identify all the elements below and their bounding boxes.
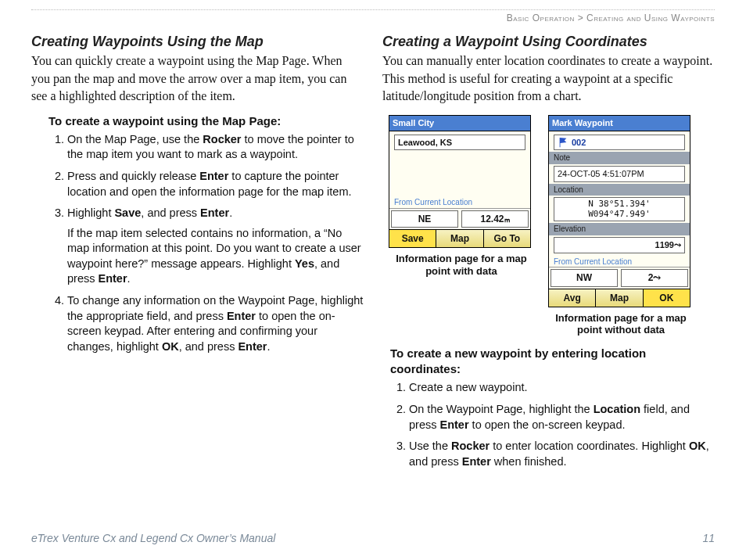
left-step-3: Highlight Save, and press Enter. If the …: [67, 206, 364, 287]
right-step-2: On the Waypoint Page, highlight the Loca…: [409, 402, 715, 433]
breadcrumb-page: Creating and Using Waypoints: [586, 13, 715, 23]
page: Basic Operation > Creating and Using Way…: [0, 0, 746, 560]
device-2-lon: W094°47.949': [558, 210, 681, 220]
device-2-note: 24-OCT-05 4:51:07PM: [554, 166, 685, 182]
right-procedure: To create a new waypoint by entering loc…: [390, 346, 715, 469]
device-2-map-button[interactable]: Map: [596, 289, 643, 307]
device-1-buttons: Save Map Go To: [389, 229, 530, 247]
device-1-distance: 12.42ₘ: [461, 210, 529, 228]
device-2-avg-button[interactable]: Avg: [549, 289, 596, 307]
right-title: Creating a Waypoint Using Coordinates: [382, 32, 715, 51]
right-column: Creating a Waypoint Using Coordinates Yo…: [382, 29, 715, 476]
device-1: Small City Leawood, KS From Current Loca…: [389, 115, 534, 336]
device-1-save-button[interactable]: Save: [389, 230, 436, 247]
right-steps: Create a new waypoint. On the Waypoint P…: [395, 380, 715, 469]
device-2-buttons: Avg Map OK: [549, 289, 690, 307]
device-1-direction: NE: [391, 210, 458, 228]
header-rule: [31, 9, 715, 10]
flag-icon: [558, 137, 568, 148]
device-1-from-label: From Current Location: [389, 197, 530, 208]
device-1-screen: Small City Leawood, KS From Current Loca…: [389, 115, 531, 249]
device-2-id-field: 002: [554, 135, 685, 151]
left-step-1: On the Map Page, use the Rocker to move …: [67, 132, 364, 163]
device-2-from-label: From Current Location: [549, 255, 690, 267]
device-2-direction: NW: [551, 269, 618, 286]
device-2-elev: 1199⤳: [554, 237, 685, 253]
left-step-2: Press and quickly release Enter to captu…: [67, 169, 364, 199]
device-2-distance: 2⤳: [621, 269, 688, 286]
device-2-location: N 38°51.394' W094°47.949': [554, 197, 685, 221]
device-2: Mark Waypoint 002 Note 24-OCT-05 4:51:07…: [548, 115, 694, 336]
device-2-note-label: Note: [549, 152, 690, 164]
device-2-id: 002: [572, 137, 586, 149]
device-2-elev-label: Elevation: [549, 223, 690, 235]
device-1-map-button[interactable]: Map: [436, 230, 483, 247]
device-screens: Small City Leawood, KS From Current Loca…: [389, 115, 715, 336]
breadcrumb-sep: >: [578, 13, 584, 23]
left-step-3-sub: If the map item selected contains no inf…: [67, 226, 364, 287]
left-steps: On the Map Page, use the Rocker to move …: [53, 132, 364, 354]
device-1-name: Leawood, KS: [394, 135, 525, 151]
left-column: Creating Waypoints Using the Map You can…: [31, 29, 364, 476]
device-1-goto-button[interactable]: Go To: [484, 230, 530, 247]
left-step-4: To change any information on the Waypoin…: [67, 293, 364, 354]
breadcrumb-section: Basic Operation: [507, 13, 575, 23]
footer-manual: eTrex Venture Cx and Legend Cx Owner’s M…: [31, 531, 275, 546]
device-2-screen: Mark Waypoint 002 Note 24-OCT-05 4:51:07…: [548, 115, 690, 307]
breadcrumb: Basic Operation > Creating and Using Way…: [31, 12, 715, 24]
right-step-3: Use the Rocker to enter location coordin…: [409, 439, 715, 469]
device-1-title: Small City: [389, 116, 530, 131]
right-step-1: Create a new waypoint.: [409, 380, 715, 396]
left-title: Creating Waypoints Using the Map: [31, 32, 364, 51]
left-proc-title: To create a waypoint using the Map Page:: [48, 113, 364, 129]
right-intro: You can manually enter location coordina…: [382, 52, 715, 105]
footer: eTrex Venture Cx and Legend Cx Owner’s M…: [31, 531, 715, 546]
device-1-caption: Information page for a map point with da…: [389, 253, 534, 277]
footer-page: 11: [702, 531, 715, 546]
left-intro: You can quickly create a waypoint using …: [31, 52, 364, 105]
device-2-ok-button[interactable]: OK: [644, 289, 690, 307]
device-2-loc-label: Location: [549, 184, 690, 196]
device-2-caption: Information page for a map point without…: [548, 312, 694, 336]
left-procedure: To create a waypoint using the Map Page:…: [48, 113, 364, 355]
right-proc-title: To create a new waypoint by entering loc…: [390, 346, 715, 378]
device-2-lat: N 38°51.394': [558, 199, 681, 210]
device-2-title: Mark Waypoint: [549, 116, 690, 131]
